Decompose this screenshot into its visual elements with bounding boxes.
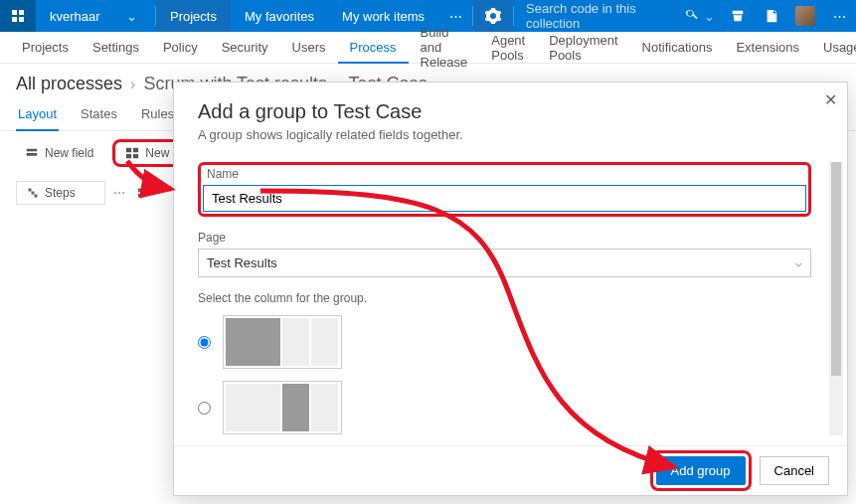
help-icon[interactable] — [755, 0, 788, 32]
nav-label: My favorites — [245, 9, 314, 24]
add-group-button[interactable]: Add group — [656, 456, 746, 485]
chevron-down-icon: ⌄ — [115, 9, 147, 24]
submenu-policy[interactable]: Policy — [151, 32, 210, 63]
marketplace-icon[interactable] — [721, 0, 755, 32]
dialog-footer: Add group Cancel — [174, 445, 847, 495]
add-group-dialog: ✕ Add a group to Test Case A group shows… — [173, 82, 848, 496]
column-radio-2[interactable] — [198, 402, 211, 415]
group-icon — [125, 146, 139, 160]
account-name: kverhaar — [50, 9, 100, 24]
dialog-title: Add a group to Test Case — [198, 100, 823, 123]
submenu-users[interactable]: Users — [280, 32, 338, 63]
cancel-button[interactable]: Cancel — [760, 456, 829, 485]
tab-rules[interactable]: Rules — [139, 98, 176, 130]
field-icon — [25, 146, 39, 160]
settings-gear-icon[interactable] — [473, 0, 513, 32]
group-icon[interactable] — [135, 187, 151, 199]
submenu-usage[interactable]: Usage — [811, 32, 856, 63]
search-box[interactable]: Search code in this collection ⌄ — [514, 0, 721, 32]
page-select[interactable]: Test Results ⌵ — [198, 249, 811, 277]
column-option-1[interactable] — [198, 315, 811, 369]
steps-icon — [27, 187, 39, 199]
tile-label: Steps — [45, 186, 76, 200]
tab-states[interactable]: States — [79, 98, 119, 130]
column-option-2[interactable] — [198, 381, 811, 434]
submenu-notifications[interactable]: Notifications — [630, 32, 725, 63]
nav-label: Projects — [170, 9, 217, 24]
submenu-projects[interactable]: Projects — [10, 32, 81, 63]
name-label: Name — [207, 167, 806, 181]
nav-label: My work items — [342, 9, 425, 24]
steps-tile[interactable]: Steps — [16, 181, 105, 205]
submenu-process[interactable]: Process — [338, 33, 409, 64]
dialog-header: Add a group to Test Case A group shows l… — [174, 83, 847, 152]
chevron-down-icon: ⌄ — [704, 9, 715, 24]
field-page: Page Test Results ⌵ — [198, 231, 811, 277]
submenu-build-release[interactable]: Build and Release — [409, 32, 480, 63]
breadcrumb-root[interactable]: All processes — [16, 74, 122, 94]
user-avatar[interactable] — [788, 0, 822, 32]
admin-submenu: Projects Settings Policy Security Users … — [0, 32, 856, 64]
more-icon[interactable]: ⋯ — [822, 0, 856, 32]
nav-projects[interactable]: Projects — [156, 0, 231, 32]
name-input[interactable] — [203, 185, 806, 212]
submenu-settings[interactable]: Settings — [81, 32, 151, 63]
dialog-scrollbar[interactable] — [829, 162, 843, 435]
submenu-agent-pools[interactable]: Agent Pools — [479, 32, 537, 63]
new-field-button[interactable]: New field — [16, 141, 102, 165]
column-diagram-1 — [223, 315, 342, 369]
column-hint: Select the column for the group. — [198, 291, 811, 305]
tab-layout[interactable]: Layout — [16, 98, 59, 131]
more-icon[interactable]: ⋯ — [113, 186, 127, 200]
field-name: Name — [198, 162, 811, 217]
button-label: New field — [45, 146, 93, 160]
submenu-deployment-pools[interactable]: Deployment Pools — [537, 32, 629, 63]
page-label: Page — [198, 231, 811, 245]
product-logo[interactable] — [0, 0, 36, 32]
nav-favorites[interactable]: My favorites — [231, 0, 328, 32]
header-right: ⋯ — [721, 0, 856, 32]
dialog-body: Name Page Test Results ⌵ Select the colu… — [174, 152, 847, 445]
search-icon — [678, 8, 704, 25]
page-value: Test Results — [207, 255, 277, 270]
submenu-security[interactable]: Security — [210, 32, 280, 63]
dialog-subtitle: A group shows logically related fields t… — [198, 127, 823, 142]
column-diagram-2 — [223, 381, 342, 434]
submenu-extensions[interactable]: Extensions — [724, 32, 811, 63]
account-switcher[interactable]: kverhaar ⌄ — [36, 0, 155, 32]
chevron-down-icon: ⌵ — [795, 256, 802, 269]
close-icon[interactable]: ✕ — [824, 90, 837, 109]
column-radio-1[interactable] — [198, 336, 211, 349]
search-placeholder: Search code in this collection — [526, 1, 678, 31]
chevron-right-icon: › — [130, 76, 135, 93]
